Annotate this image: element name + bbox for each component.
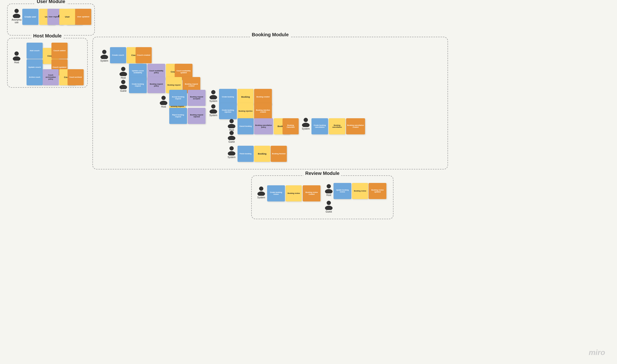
sticky-booking-created1: Booking created <box>254 89 272 105</box>
svg-point-20 <box>304 118 308 122</box>
sticky-create-booking-rejection: Create booking rejection <box>219 103 237 119</box>
system-review-icon <box>256 185 266 196</box>
actor-guest2-label: Guest <box>228 141 235 143</box>
sticky-reject-booking: Reject booking request <box>169 108 187 124</box>
sticky-user2: User <box>59 9 75 25</box>
actor-system5-label: System <box>228 156 235 158</box>
sticky-booking-review-created: Booking review created <box>303 185 320 201</box>
actor-host-label: Host <box>14 61 19 64</box>
host-person-icon3 <box>158 94 169 105</box>
sticky-create-booking-req: Create booking request <box>129 77 147 93</box>
host-module-title: Host Module <box>31 33 64 39</box>
sticky-user-updated: User updated <box>75 9 91 25</box>
svg-point-9 <box>119 72 127 76</box>
sticky-create-cancel: Create booking cancellation <box>312 118 328 134</box>
svg-point-29 <box>325 189 333 193</box>
review-module: Review Module System Create booking revi… <box>251 175 394 219</box>
booking-module: Booking Module System Create couch Couch… <box>92 37 448 169</box>
actor-guest2: Guest <box>224 130 239 143</box>
sticky-booking-review-updated: Booking review updated <box>368 183 386 199</box>
sticky-booking-req-accepted: Booking request accepted <box>188 90 206 106</box>
svg-point-16 <box>211 104 215 108</box>
person-icon <box>11 8 22 18</box>
sticky-couch-created-bm: Couch created <box>136 47 152 63</box>
svg-point-27 <box>257 192 265 196</box>
actor-guest1-label: Guest <box>120 90 127 92</box>
sticky-booking-review1: Booking review <box>286 185 302 201</box>
sticky-archive-couch: Archive couch <box>26 69 43 85</box>
actor-system2: System <box>206 89 221 102</box>
sticky-booking-req-policy: Booking request policy <box>147 77 165 93</box>
actor-system1-label: System <box>100 60 108 62</box>
system-person-icon3 <box>208 103 219 114</box>
actor-system4-label: System <box>302 128 310 130</box>
svg-point-31 <box>325 206 333 210</box>
sticky-booking-req-rejected: Booking request rejected <box>188 108 206 124</box>
system-person-icon2 <box>208 89 219 99</box>
sticky-booking-finished: Booking finished <box>271 146 287 162</box>
sticky-booking-rejection: Booking rejection <box>237 103 254 119</box>
sticky-booking-cancelled: Booking Cancelled <box>283 118 299 134</box>
actor-system-review: System <box>254 185 268 199</box>
svg-point-7 <box>101 55 108 59</box>
actor-anonymous-label: Anonymo use <box>10 18 24 24</box>
sticky-cancel-booking: Cancel booking <box>237 118 254 134</box>
svg-point-25 <box>228 151 235 156</box>
sticky-accept-booking: Accept booking request <box>169 90 187 106</box>
sticky-create-review: Create booking review <box>267 185 285 201</box>
svg-point-23 <box>228 136 235 140</box>
host-module: Host Module Host Add couch Couch Couch a… <box>7 38 88 88</box>
actor-system5: System <box>224 145 239 158</box>
svg-point-0 <box>14 9 19 13</box>
sticky-create-booking: Create booking <box>219 89 237 105</box>
actor-host: Host <box>10 50 24 64</box>
svg-point-10 <box>121 80 125 84</box>
actor-system2-label: System <box>209 100 217 102</box>
actor-system1: System <box>97 49 111 62</box>
actor-host-review-label: Host <box>326 194 331 196</box>
sticky-couch-archivisation: Couch archivisation policy <box>43 69 59 85</box>
user-module-title: User Module <box>35 0 67 4</box>
host-person-icon2 <box>118 66 129 76</box>
guest-review-icon <box>324 199 334 210</box>
actor-system3: System <box>206 103 221 117</box>
svg-point-19 <box>228 124 235 128</box>
actor-host3: Host <box>157 94 171 108</box>
svg-point-1 <box>13 14 20 18</box>
actor-host3-label: Host <box>161 105 166 108</box>
review-module-title: Review Module <box>303 171 341 176</box>
svg-point-14 <box>211 90 215 94</box>
svg-point-15 <box>210 95 217 99</box>
actor-anonymous: Anonymo use <box>10 8 24 24</box>
sticky-booking1: Booking <box>237 89 254 105</box>
svg-point-28 <box>327 184 331 188</box>
miro-logo: miro <box>589 348 605 357</box>
svg-point-17 <box>210 109 217 114</box>
actor-guest-review-label: Guest <box>326 210 332 213</box>
svg-point-22 <box>229 131 234 135</box>
host-review-icon <box>324 183 334 193</box>
svg-point-26 <box>259 186 263 191</box>
sticky-couch-archived: Couch archived <box>67 69 84 85</box>
sticky-update-review: Update booking review <box>333 183 351 199</box>
sticky-create-couch-bm: Create couch <box>110 47 126 63</box>
svg-point-30 <box>327 201 331 205</box>
svg-point-4 <box>14 52 19 56</box>
sticky-booking-cancel-created: Booking cancellation created <box>346 118 365 134</box>
system-person-icon4 <box>301 117 311 127</box>
actor-system4: System <box>299 117 313 130</box>
svg-point-24 <box>229 146 234 151</box>
host-person-icon4 <box>226 118 237 128</box>
sticky-create-user: Create user <box>22 9 39 25</box>
actor-guest-review: Guest <box>322 199 336 213</box>
guest-person-icon2 <box>226 130 237 140</box>
actor-system3-label: System <box>209 114 217 117</box>
svg-point-5 <box>13 56 20 61</box>
sticky-booking-cancel2: Booking cancellation <box>329 118 345 134</box>
system-person-icon1 <box>99 49 109 59</box>
sticky-finish-booking: Finish booking <box>237 146 254 162</box>
svg-point-6 <box>102 50 106 54</box>
sticky-add-couch: Add couch <box>26 43 43 59</box>
guest-person-icon1 <box>118 79 129 89</box>
sticky-booking3: Booking <box>254 146 270 162</box>
